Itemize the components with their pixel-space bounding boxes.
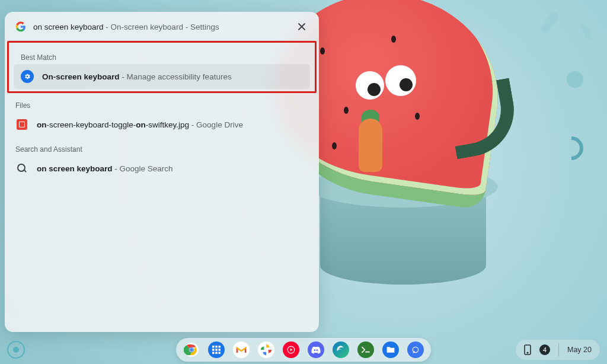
shelf-app-grid[interactable] [208,341,225,358]
status-tray[interactable]: 4 May 20 [516,340,600,360]
shelf-app-gmail[interactable] [233,341,250,358]
result-google-search[interactable]: on screen keyboard - Google Search [5,156,319,181]
google-logo-icon [15,21,26,32]
settings-gear-icon [21,70,34,83]
tray-date[interactable]: May 20 [567,346,592,354]
drive-image-icon [17,119,27,130]
svg-rect-6 [212,349,215,351]
result-on-screen-keyboard-settings[interactable]: On-screen keyboard - Manage accessibilit… [14,64,310,89]
shelf-app-discord[interactable] [308,341,324,358]
section-label-best-match: Best Match [10,45,314,64]
notification-badge[interactable]: 4 [539,344,550,355]
search-icon [17,163,27,174]
svg-rect-4 [215,346,218,348]
svg-rect-11 [219,352,221,355]
launcher-search-panel: on screen keyboard - On-screen keyboard … [5,12,319,332]
shelf: 4 May 20 [0,336,607,364]
svg-rect-9 [212,352,215,355]
result-subtitle: - Manage accessibility features [120,72,232,81]
result-title: on screen keyboard [37,164,113,173]
annotation-highlight-box: Best Match On-screen keyboard - Manage a… [7,41,317,93]
wallpaper-carrot [359,119,382,172]
shelf-app-photos[interactable] [258,341,274,358]
close-icon[interactable] [295,20,308,33]
svg-point-2 [190,348,193,351]
shelf-app-signal[interactable] [407,341,424,358]
section-label-files: Files [5,93,319,112]
result-subtitle: - Google Drive [189,120,243,129]
search-query-text: on screen keyboard [33,23,104,31]
svg-rect-5 [219,346,221,348]
shelf-app-edge[interactable] [333,341,349,358]
phone-hub-icon[interactable] [524,344,531,355]
search-input[interactable]: on screen keyboard - On-screen keyboard … [33,23,288,31]
result-title: on-screen-keyboard-toggle-on-swiftkey.jp… [37,120,243,129]
shelf-app-chrome[interactable] [183,341,200,358]
shelf-app-row [176,338,431,362]
search-suffix-text: - On-screen keyboard - Settings [104,23,219,31]
svg-rect-3 [212,346,215,348]
result-file-drive[interactable]: on-screen-keyboard-toggle-on-swiftkey.jp… [5,112,319,137]
shelf-app-files[interactable] [382,341,399,358]
shelf-app-terminal[interactable] [357,341,374,358]
result-subtitle: - Google Search [113,164,173,173]
svg-point-15 [527,352,528,353]
svg-rect-8 [219,349,221,351]
svg-rect-7 [215,349,218,351]
section-label-search-assistant: Search and Assistant [5,137,319,156]
result-title: On-screen keyboard [42,72,120,81]
shelf-app-ytmusic[interactable] [283,341,299,358]
svg-rect-10 [215,352,218,355]
launcher-button[interactable] [7,341,25,359]
search-bar[interactable]: on screen keyboard - On-screen keyboard … [5,12,319,41]
